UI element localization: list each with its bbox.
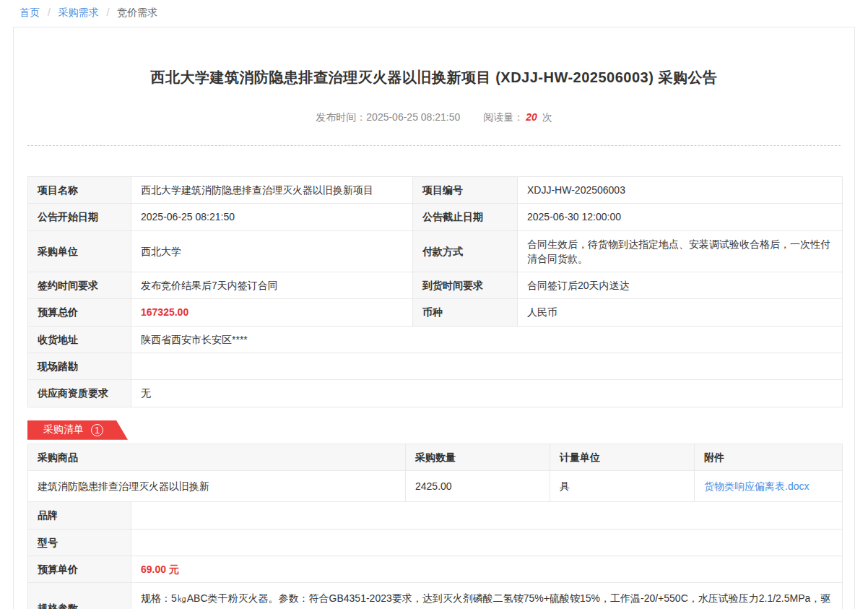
breadcrumb-home-link[interactable]: 首页 [19,7,40,18]
field-value: 西北大学 [131,230,413,272]
dashed-divider [27,145,841,146]
field-value: XDJJ-HW-202506003 [518,177,843,204]
purchase-list-section-header: 采购清单 1 [27,420,841,440]
view-count-value: 20 [526,111,537,123]
product-name: 建筑消防隐患排查治理灭火器以旧换新 [28,470,406,501]
announcement-meta: 发布时间：2025-06-25 08:21:50 阅读量：20 次 [27,111,841,124]
field-label: 规格参数 [28,583,131,609]
table-row: 品牌 [28,502,843,529]
field-label: 公告开始日期 [28,204,131,230]
purchase-list-badge: 采购清单 1 [27,420,128,440]
field-label: 币种 [413,299,518,326]
field-value: 西北大学建筑消防隐患排查治理灭火器以旧换新项目 [131,177,413,204]
field-label: 项目编号 [413,177,518,204]
project-info-table: 项目名称 西北大学建筑消防隐患排查治理灭火器以旧换新项目 项目编号 XDJJ-H… [27,176,843,407]
table-row: 项目名称 西北大学建筑消防隐患排查治理灭火器以旧换新项目 项目编号 XDJJ-H… [28,177,843,204]
column-header-product: 采购商品 [28,444,406,470]
announcement-card: 西北大学建筑消防隐患排查治理灭火器以旧换新项目 (XDJJ-HW-2025060… [13,27,855,609]
table-row: 型号 [28,529,843,556]
column-header-quantity: 采购数量 [406,444,550,470]
field-label: 品牌 [28,502,131,529]
table-row: 收货地址 陕西省西安市长安区**** [28,326,843,353]
breadcrumb-purchase-demand-link[interactable]: 采购需求 [58,7,99,18]
breadcrumb: 首页 / 采购需求 / 竞价需求 [0,0,868,24]
field-value: 陕西省西安市长安区**** [131,326,843,353]
field-label: 供应商资质要求 [28,380,131,407]
field-label: 预算单价 [28,556,131,582]
breadcrumb-separator: / [48,7,51,18]
publish-time-value: 2025-06-25 08:21:50 [366,111,460,123]
publish-time-label: 发布时间： [316,111,366,123]
field-label: 签约时间要求 [28,272,131,299]
table-row: 公告开始日期 2025-06-25 08:21:50 公告截止日期 2025-0… [28,204,843,230]
field-value: 合同签订后20天内送达 [518,272,843,299]
attachment-link[interactable]: 货物类响应偏离表.docx [704,480,809,492]
table-row: 现场踏勘 [28,353,843,380]
table-row: 签约时间要求 发布竞价结果后7天内签订合同 到货时间要求 合同签订后20天内送达 [28,272,843,299]
breadcrumb-separator: / [107,7,110,18]
field-label: 到货时间要求 [413,272,518,299]
table-row: 供应商资质要求 无 [28,380,843,407]
table-row: 建筑消防隐患排查治理灭火器以旧换新 2425.00 具 货物类响应偏离表.doc… [28,470,843,501]
column-header-attachment: 附件 [695,444,843,470]
model-value [131,529,843,556]
field-value: 人民币 [518,299,843,326]
product-quantity: 2425.00 [406,470,550,501]
unit-price-value: 69.00 元 [131,556,843,582]
view-count: 阅读量：20 次 [483,111,552,123]
field-label: 型号 [28,529,131,556]
publish-time: 发布时间：2025-06-25 08:21:50 [316,111,460,123]
field-label: 现场踏勘 [28,353,131,380]
purchase-list-table: 采购商品 采购数量 计量单位 附件 建筑消防隐患排查治理灭火器以旧换新 2425… [27,444,843,609]
budget-total-value: 167325.00 [131,299,413,326]
field-value: 2025-06-30 12:00:00 [518,204,843,230]
field-label: 采购单位 [28,230,131,272]
page-title: 西北大学建筑消防隐患排查治理灭火器以旧换新项目 (XDJJ-HW-2025060… [27,68,841,87]
field-label: 付款方式 [413,230,518,272]
field-value: 合同生效后，待货物到达指定地点、安装调试验收合格后，一次性付清合同货款。 [518,230,843,272]
field-value: 2025-06-25 08:21:50 [131,204,413,230]
field-value: 发布竞价结果后7天内签订合同 [131,272,413,299]
column-header-unit: 计量单位 [550,444,695,470]
product-unit: 具 [550,470,695,501]
field-label: 公告截止日期 [413,204,518,230]
table-row: 采购单位 西北大学 付款方式 合同生效后，待货物到达指定地点、安装调试验收合格后… [28,230,843,272]
view-count-label: 阅读量： [483,111,524,123]
badge-count-circle-icon: 1 [91,424,103,436]
field-label: 收货地址 [28,326,131,353]
table-row: 规格参数 规格：5㎏ABC类干粉灭火器。参数：符合GB4351-2023要求，达… [28,583,843,609]
field-label: 预算总价 [28,299,131,326]
field-value [131,353,843,380]
spec-params-value: 规格：5㎏ABC类干粉灭火器。参数：符合GB4351-2023要求，达到灭火剂磷… [131,583,843,609]
table-header-row: 采购商品 采购数量 计量单位 附件 [28,444,843,470]
table-row: 预算单价 69.00 元 [28,556,843,582]
table-row: 预算总价 167325.00 币种 人民币 [28,299,843,326]
field-value: 无 [131,380,843,407]
field-label: 项目名称 [28,177,131,204]
view-count-unit: 次 [542,111,552,123]
brand-value [131,502,843,529]
purchase-list-badge-label: 采购清单 [43,423,84,436]
breadcrumb-current-page: 竞价需求 [117,7,157,18]
